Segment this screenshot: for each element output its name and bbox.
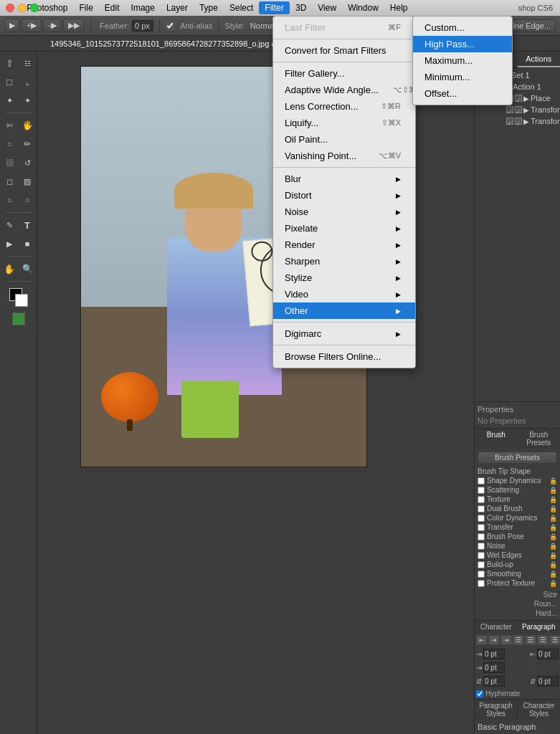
hand-tool[interactable]: ✋	[1, 260, 18, 277]
sub-selection-btn[interactable]: -▶	[43, 19, 62, 32]
minimize-button[interactable]	[18, 4, 27, 12]
brush-opt-buildup[interactable]: Build-up 🔒	[475, 560, 560, 569]
color-dynamics-check[interactable]	[478, 515, 485, 522]
add-selection-btn[interactable]: +▶	[22, 19, 42, 32]
menu-window[interactable]: Window	[342, 1, 384, 14]
menu-liquify[interactable]: Liquify... ⇧⌘X	[273, 115, 415, 131]
history-brush-tool[interactable]: ↺	[19, 154, 36, 171]
marquee-tool[interactable]: □	[1, 73, 18, 90]
space-after-input[interactable]	[537, 676, 559, 687]
indent-right-input[interactable]	[537, 649, 559, 659]
brush-opt-dual[interactable]: Dual Brush 🔒	[475, 504, 560, 513]
noise-check[interactable]	[478, 543, 485, 550]
menu-browse-filters[interactable]: Browse Filters Online...	[273, 348, 415, 365]
new-selection-btn[interactable]: ▶	[4, 19, 20, 32]
brush-opt-color-dyn[interactable]: Color Dynamics 🔒	[475, 513, 560, 523]
move-tool[interactable]: ⇧	[1, 54, 18, 72]
first-line-indent-input[interactable]	[483, 662, 505, 673]
shape-dynamics-check[interactable]	[478, 477, 485, 485]
menu-file[interactable]: File	[74, 1, 99, 14]
brush-opt-transfer[interactable]: Transfer 🔒	[475, 523, 560, 532]
basic-paragraph-item[interactable]: Basic Paragraph	[475, 720, 560, 734]
intersect-selection-btn[interactable]: ▶▶	[63, 19, 85, 32]
antialias-checkbox[interactable]	[166, 22, 174, 30]
menu-layer[interactable]: Layer	[161, 1, 194, 14]
brush-opt-pose[interactable]: Brush Pose 🔒	[475, 532, 560, 541]
tab-brush-presets[interactable]: Brush Presets	[518, 429, 561, 449]
type-tool[interactable]: T	[19, 216, 36, 234]
menu-adaptive-wide[interactable]: Adaptive Wide Angle... ⌥⇧⌘A	[273, 82, 415, 98]
other-high-pass[interactable]: High Pass...	[413, 36, 512, 52]
artboard-tool[interactable]: ☷	[19, 54, 36, 72]
menu-distort[interactable]: Distort	[273, 187, 415, 204]
eyedropper-tool[interactable]: 🖐	[19, 117, 36, 134]
other-custom[interactable]: Custom...	[413, 19, 512, 36]
menu-sharpen[interactable]: Sharpen	[273, 253, 415, 270]
menu-edit[interactable]: Edit	[99, 1, 125, 14]
tab-paragraph-styles[interactable]: Paragraph Styles	[475, 700, 517, 720]
menu-help[interactable]: Help	[384, 1, 414, 14]
brush-opt-scatter[interactable]: Scattering 🔒	[475, 485, 560, 495]
menu-render[interactable]: Render	[273, 237, 415, 253]
menu-blur[interactable]: Blur	[273, 171, 415, 187]
brush-opt-texture[interactable]: Texture 🔒	[475, 495, 560, 504]
dual-brush-check[interactable]	[478, 505, 485, 513]
menu-lens-correction[interactable]: Lens Correction... ⇧⌘R	[273, 98, 415, 115]
menu-noise[interactable]: Noise	[273, 204, 415, 220]
justify-all-btn[interactable]: ☰	[549, 635, 560, 645]
quick-select-tool[interactable]: ✦	[19, 92, 36, 109]
justify-right-btn[interactable]: ☰	[537, 635, 549, 645]
tab-character[interactable]: Character	[475, 621, 518, 633]
other-minimum[interactable]: Minimum...	[413, 69, 512, 85]
brush-tool[interactable]: ✏	[19, 135, 36, 153]
other-maximum[interactable]: Maximum...	[413, 52, 512, 69]
blur-tool[interactable]: ○	[1, 191, 18, 209]
zoom-tool[interactable]: 🔍	[19, 260, 36, 277]
justify-center-btn[interactable]: ☰	[525, 635, 536, 645]
maximize-button[interactable]	[30, 4, 39, 12]
brush-opt-noise[interactable]: Noise 🔒	[475, 541, 560, 550]
indent-left-input[interactable]	[483, 649, 505, 659]
protect-texture-check[interactable]	[478, 580, 485, 587]
menu-image[interactable]: Image	[125, 1, 161, 14]
background-color[interactable]	[15, 294, 28, 307]
hyphenate-check[interactable]	[476, 690, 483, 697]
tab-brush[interactable]: Brush	[475, 429, 518, 449]
menu-select[interactable]: Select	[224, 1, 259, 14]
smoothing-check[interactable]	[478, 571, 485, 578]
shape-tool[interactable]: ■	[19, 235, 36, 252]
crop-tool[interactable]: ✄	[1, 117, 18, 134]
menu-filter-gallery[interactable]: Filter Gallery...	[273, 65, 415, 82]
lasso-tool[interactable]: ⌞	[19, 73, 36, 90]
menu-vanishing-point[interactable]: Vanishing Point... ⌥⌘V	[273, 148, 415, 164]
brush-opt-shape-dyn[interactable]: Shape Dynamics 🔒	[475, 476, 560, 485]
menu-other[interactable]: Other	[273, 302, 415, 319]
brush-opt-smoothing[interactable]: Smoothing 🔒	[475, 569, 560, 578]
path-selection-tool[interactable]: ▶	[1, 235, 18, 252]
menu-stylize[interactable]: Stylize	[273, 270, 415, 286]
color-swatches[interactable]	[9, 288, 28, 307]
magic-wand-tool[interactable]: ✦	[1, 92, 18, 109]
eraser-tool[interactable]: ◻	[1, 173, 18, 190]
menu-oil-paint[interactable]: Oil Paint...	[273, 131, 415, 148]
menu-type[interactable]: Type	[194, 1, 224, 14]
align-right-btn[interactable]: ⇥	[500, 635, 512, 645]
brush-presets-btn[interactable]: Brush Presets	[478, 452, 557, 464]
brush-pose-check[interactable]	[478, 533, 485, 540]
align-center-btn[interactable]: ⇥	[488, 635, 500, 645]
clone-stamp-tool[interactable]: ⛆	[1, 154, 18, 171]
scattering-check[interactable]	[478, 487, 485, 494]
dodge-tool[interactable]: ○	[19, 191, 36, 209]
spot-heal-tool[interactable]: ○	[1, 135, 18, 153]
tab-character-styles[interactable]: Character Styles	[517, 700, 560, 720]
pen-tool[interactable]: ✎	[1, 216, 18, 234]
brush-opt-wet[interactable]: Wet Edges 🔒	[475, 550, 560, 560]
menu-last-filter[interactable]: Last Filter ⌘F	[273, 19, 415, 36]
menu-view[interactable]: View	[312, 1, 342, 14]
buildup-check[interactable]	[478, 561, 485, 568]
menu-3d[interactable]: 3D	[290, 1, 312, 14]
document-tab[interactable]: 1495346_10152573772518101_86958647282773…	[43, 36, 287, 51]
space-before-input[interactable]	[483, 676, 505, 687]
menu-convert-smart[interactable]: Convert for Smart Filters	[273, 42, 415, 59]
other-offset[interactable]: Offset...	[413, 85, 512, 102]
